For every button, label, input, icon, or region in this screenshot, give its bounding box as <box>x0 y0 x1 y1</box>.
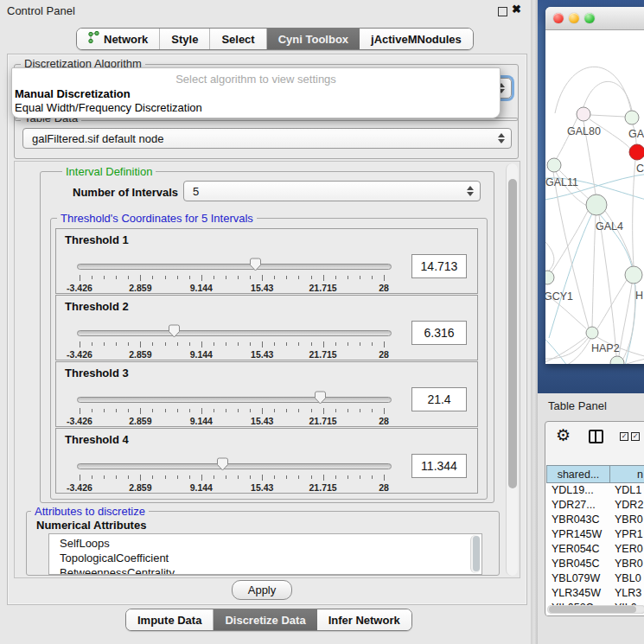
column-header-shared-name[interactable]: shared... <box>546 465 610 483</box>
network-node[interactable] <box>625 111 639 124</box>
slider-track[interactable] <box>77 330 392 336</box>
gear-icon[interactable]: ⚙ <box>556 425 571 444</box>
tick-mark <box>360 276 360 279</box>
table-row[interactable]: YER054CYER0 <box>546 542 644 557</box>
tick-mark <box>140 408 141 414</box>
tab-impute-data[interactable]: Impute Data <box>126 609 214 630</box>
tick-mark <box>323 275 324 281</box>
slider-thumb[interactable] <box>168 324 181 338</box>
table-row[interactable]: YBR045CYBR0 <box>546 557 644 571</box>
threshold-value-box[interactable]: 14.713 <box>411 254 467 278</box>
network-node-label: C <box>636 163 644 175</box>
tick-mark <box>238 409 239 412</box>
checkbox-icon[interactable]: ✓ <box>631 432 640 441</box>
tab-infer-network[interactable]: Infer Network <box>317 609 411 630</box>
scrollbar-thumb[interactable] <box>508 179 517 488</box>
network-node[interactable] <box>547 158 561 172</box>
close-icon[interactable]: ✖ <box>512 3 521 16</box>
list-item[interactable]: BetweennessCentrality <box>60 566 175 575</box>
cell-name: YBL0 <box>615 572 641 584</box>
network-node[interactable] <box>586 194 607 215</box>
apply-button[interactable]: Apply <box>232 580 292 600</box>
threshold-value-box[interactable]: 6.316 <box>411 321 467 345</box>
tab-label: Impute Data <box>137 614 201 627</box>
tab-label: Select <box>221 33 254 46</box>
slider-track[interactable] <box>77 397 392 403</box>
network-canvas[interactable]: GAL80GACGAL11GAL4GCY1HHAP2 <box>545 30 644 364</box>
tab-network[interactable]: Network <box>77 29 160 49</box>
tick-mark <box>250 342 251 346</box>
table-row[interactable]: YBR043CYBR0 <box>546 513 644 527</box>
slider-thumb[interactable] <box>249 258 262 271</box>
algorithm-option-manual[interactable]: Manual Discretization <box>15 87 131 100</box>
threshold-value-box[interactable]: 11.344 <box>411 454 467 478</box>
threshold-value-box[interactable]: 21.4 <box>411 387 467 411</box>
scrollbar-thumb[interactable] <box>549 606 636 613</box>
tab-select[interactable]: Select <box>210 29 266 49</box>
tick-mark <box>262 475 263 481</box>
combo-spinner-icon <box>498 133 505 143</box>
network-node-label: GCY1 <box>545 290 573 303</box>
list-item[interactable]: TopologicalCoefficient <box>60 552 169 564</box>
tab-cyni-toolbox[interactable]: Cyni Toolbox <box>267 29 360 49</box>
tab-jactivemnodules[interactable]: jActiveMNodules <box>360 29 473 49</box>
table-row[interactable]: YLR345WYLR3 <box>546 586 644 601</box>
network-node[interactable] <box>629 144 644 160</box>
tick-mark <box>201 475 202 481</box>
table-row[interactable]: YPR145WYPR1 <box>546 527 644 542</box>
float-window-icon[interactable] <box>498 7 507 16</box>
tick-mark <box>116 342 117 346</box>
table-row[interactable]: YBL079WYBL0 <box>546 571 644 586</box>
slider-track[interactable] <box>77 463 392 469</box>
screen: Control Panel ✖ Network Style Select Cy <box>0 0 644 644</box>
network-node[interactable] <box>545 271 554 284</box>
tick-mark <box>128 475 129 479</box>
network-canvas-svg: GAL80GACGAL11GAL4GCY1HHAP2 <box>545 30 644 364</box>
tab-label: Discretize Data <box>225 614 305 627</box>
split-columns-icon[interactable] <box>589 430 603 443</box>
tick-mark <box>116 475 117 479</box>
tab-style[interactable]: Style <box>160 29 210 49</box>
column-header-name[interactable]: n <box>610 465 644 483</box>
list-item[interactable]: SelfLoops <box>60 537 110 550</box>
scrollbar-thumb[interactable] <box>473 536 480 571</box>
tick-mark <box>226 276 226 279</box>
network-node[interactable] <box>610 356 624 364</box>
tick-mark <box>189 276 190 279</box>
interval-definition-group-title: Interval Definition <box>62 165 156 178</box>
panel-splitter[interactable] <box>531 0 538 644</box>
tick-label: -3.426 <box>54 283 105 293</box>
network-node[interactable] <box>577 107 590 121</box>
network-window-titlebar[interactable] <box>545 7 644 30</box>
cell-shared-name: YDR27... <box>552 499 596 511</box>
number-of-intervals-label: Number of Intervals <box>73 186 178 199</box>
network-node[interactable] <box>586 327 598 339</box>
tab-discretize-data[interactable]: Discretize Data <box>214 609 316 630</box>
tick-label: 28 <box>358 482 410 493</box>
number-of-intervals-combobox[interactable]: 5 <box>183 181 481 201</box>
checkbox-icon[interactable]: ✓ <box>620 432 628 441</box>
list-scrollbar[interactable] <box>470 535 481 573</box>
slider-track[interactable] <box>77 264 392 270</box>
numerical-attributes-list[interactable]: SelfLoops TopologicalCoefficient Between… <box>48 533 482 575</box>
tab-label: Infer Network <box>328 614 400 627</box>
table-row[interactable]: YDR27...YDR2 <box>546 498 644 513</box>
tick-mark <box>372 409 373 412</box>
tick-mark <box>214 276 214 279</box>
minimize-button[interactable] <box>569 13 579 23</box>
slider-thumb[interactable] <box>216 457 229 471</box>
close-button[interactable] <box>553 13 564 23</box>
network-node[interactable] <box>625 266 642 284</box>
table-row[interactable]: YDL19...YDL1 <box>546 483 644 498</box>
tick-mark <box>348 342 348 346</box>
algorithm-option-equal-width[interactable]: Equal Width/Frequency Discretization <box>15 101 202 114</box>
tab-label: Style <box>171 33 198 46</box>
threshold-stack: Threshold 1 -3.4262.8599.14415.4321.7152… <box>55 228 478 494</box>
table-horizontal-scrollbar[interactable] <box>547 605 644 614</box>
tick-label: 15.43 <box>236 416 288 426</box>
settings-vertical-scrollbar[interactable] <box>506 163 518 576</box>
table-data-combobox[interactable]: galFiltered.sif default node <box>22 128 512 149</box>
slider-thumb[interactable] <box>314 391 327 405</box>
zoom-button[interactable] <box>584 13 595 23</box>
tick-mark <box>274 475 275 479</box>
